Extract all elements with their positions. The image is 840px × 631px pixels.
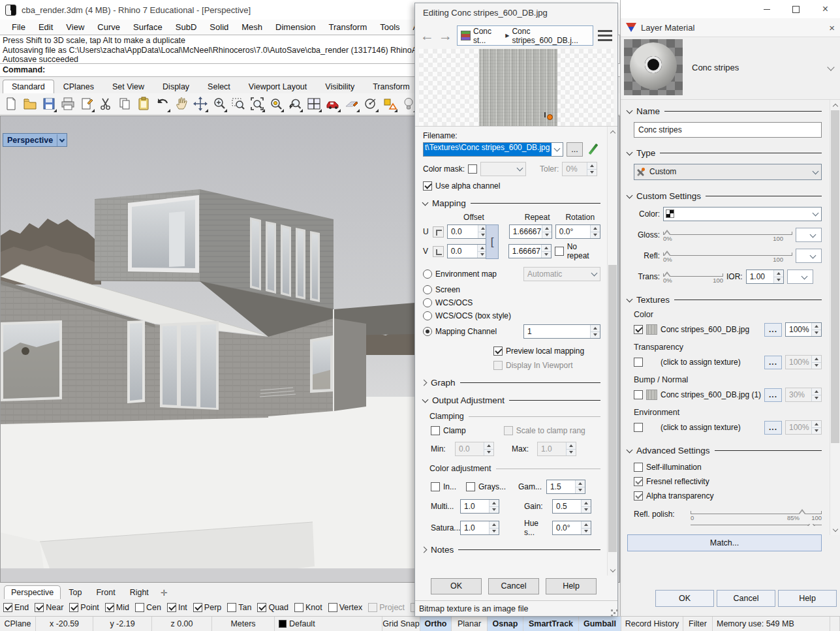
osnap-quad-checkbox[interactable]: Quad bbox=[257, 603, 288, 612]
tolerance-spinner[interactable]: 0% bbox=[562, 162, 597, 176]
menu-edit[interactable]: Edit bbox=[32, 20, 59, 34]
chevron-down-icon[interactable] bbox=[57, 139, 67, 142]
scroll-up-icon[interactable] bbox=[609, 128, 617, 136]
statusbar-grid-snap-toggle[interactable]: Grid Snap bbox=[382, 617, 420, 631]
material-select[interactable]: Conc stripes bbox=[692, 59, 833, 75]
cancel-button[interactable]: Cancel bbox=[488, 578, 539, 594]
color-texture-checkbox[interactable] bbox=[634, 325, 643, 334]
menu-tools[interactable]: Tools bbox=[373, 20, 406, 34]
transparency-texture-file[interactable]: (click to assign texture) bbox=[661, 358, 761, 367]
cplane-grid-icon[interactable] bbox=[343, 95, 360, 113]
shapes-icon[interactable] bbox=[381, 95, 398, 113]
notes-section-header[interactable]: Notes bbox=[423, 545, 600, 555]
refl-polish-slider[interactable]: 0 85% 100 bbox=[691, 508, 822, 520]
statusbar-gumball-toggle[interactable]: Gumball bbox=[579, 617, 621, 631]
bump-texture-file[interactable]: Conc stripes_600_DB.jpg (1) bbox=[661, 390, 761, 399]
menu-mesh[interactable]: Mesh bbox=[235, 20, 269, 34]
output-adjustment-section-header[interactable]: Output Adjustment bbox=[423, 395, 600, 405]
mapping-channel-spinner[interactable]: 1 bbox=[523, 324, 600, 339]
bump-texture-amount-spinner[interactable]: 30% bbox=[785, 388, 822, 402]
environment-texture-file[interactable]: (click to assign texture) bbox=[661, 423, 761, 432]
clamp-checkbox[interactable] bbox=[431, 426, 440, 435]
browse-button[interactable]: ... bbox=[567, 142, 583, 157]
wcs-ocs-box-radio[interactable] bbox=[423, 311, 432, 320]
osnap-knot-checkbox[interactable]: Knot bbox=[294, 603, 322, 612]
menu-file[interactable]: File bbox=[5, 20, 32, 34]
material-preview-sphere[interactable] bbox=[624, 39, 683, 95]
car-icon[interactable] bbox=[324, 95, 341, 113]
hue-shift-spinner[interactable]: 0.0° bbox=[552, 521, 591, 535]
u-repeat-spinner[interactable]: 1.66667 bbox=[509, 224, 552, 239]
cancel-button[interactable]: Cancel bbox=[717, 590, 775, 607]
scrollbar-thumb[interactable] bbox=[831, 110, 839, 443]
color-texture-amount-spinner[interactable]: 100% bbox=[785, 322, 822, 337]
osnap-end-checkbox[interactable]: End bbox=[3, 603, 29, 612]
custom-settings-section-header[interactable]: Custom Settings bbox=[627, 191, 822, 201]
textures-section-header[interactable]: Textures bbox=[627, 295, 822, 305]
osnap-cen-checkbox[interactable]: Cen bbox=[135, 603, 161, 612]
ior-texture-combo[interactable] bbox=[787, 269, 813, 284]
uv-repeat-link-button[interactable]: [ bbox=[486, 224, 499, 259]
fresnel-reflectivity-checkbox[interactable] bbox=[634, 477, 643, 486]
statusbar-units[interactable]: Meters bbox=[212, 617, 275, 631]
zoom-window-icon[interactable] bbox=[230, 95, 247, 113]
toolbar-tab-display[interactable]: Display bbox=[153, 80, 198, 93]
no-repeat-checkbox[interactable] bbox=[555, 247, 564, 256]
environment-texture-browse-button[interactable]: ... bbox=[764, 421, 782, 435]
statusbar-record-history-toggle[interactable]: Record History bbox=[621, 617, 683, 631]
panel-scrollbar[interactable] bbox=[830, 100, 840, 535]
edit-pencil-icon[interactable] bbox=[586, 142, 600, 157]
rotate-view-icon[interactable] bbox=[192, 95, 209, 113]
osnap-point-checkbox[interactable]: Point bbox=[69, 603, 99, 612]
statusbar-smarttrack-toggle[interactable]: SmartTrack bbox=[523, 617, 579, 631]
preview-local-mapping-checkbox[interactable] bbox=[493, 346, 503, 356]
display-in-viewport-checkbox[interactable] bbox=[493, 361, 503, 370]
v-offset-spinner[interactable]: 0.0 bbox=[447, 244, 488, 258]
menu-surface[interactable]: Surface bbox=[127, 20, 169, 34]
match-button[interactable]: Match... bbox=[627, 534, 822, 551]
viewport-title-dropdown[interactable]: Perspective bbox=[3, 133, 67, 147]
refl-slider[interactable]: 0%100 bbox=[663, 250, 792, 262]
gloss-texture-combo[interactable] bbox=[796, 228, 822, 242]
scroll-down-icon[interactable] bbox=[832, 526, 839, 534]
help-button[interactable]: Help bbox=[778, 590, 837, 607]
v-offset-lock-icon[interactable] bbox=[433, 246, 444, 257]
viewport-tab-front[interactable]: Front bbox=[89, 586, 121, 599]
color-mask-checkbox[interactable] bbox=[468, 164, 477, 174]
scrollbar-thumb[interactable] bbox=[608, 265, 617, 552]
cut-icon[interactable] bbox=[97, 95, 114, 113]
use-alpha-channel-checkbox[interactable] bbox=[423, 181, 432, 191]
transparency-texture-browse-button[interactable]: ... bbox=[764, 356, 782, 369]
statusbar-filter-toggle[interactable]: Filter bbox=[683, 617, 713, 631]
viewport-tab-perspective[interactable]: Perspective bbox=[4, 585, 61, 599]
u-offset-spinner[interactable]: 0.0 bbox=[447, 224, 488, 239]
zoom-extents-icon[interactable] bbox=[268, 95, 285, 113]
filename-combobox[interactable]: t\Textures\Conc stripes_600_DB.jpg bbox=[423, 142, 563, 157]
viewport-tab-right[interactable]: Right bbox=[123, 586, 155, 599]
advanced-settings-section-header[interactable]: Advanced Settings bbox=[627, 446, 822, 455]
toolbar-tab-set-view[interactable]: Set View bbox=[103, 80, 153, 93]
menu-solid[interactable]: Solid bbox=[203, 20, 235, 34]
menu-transform[interactable]: Transform bbox=[322, 20, 373, 34]
multiplier-spinner[interactable]: 1.0 bbox=[460, 499, 499, 514]
pan-hand-icon[interactable] bbox=[173, 95, 190, 113]
toolbar-tab-transform[interactable]: Transform bbox=[364, 80, 419, 93]
osnap-tan-checkbox[interactable]: Tan bbox=[227, 603, 251, 612]
osnap-near-checkbox[interactable]: Near bbox=[35, 603, 63, 612]
menu-view[interactable]: View bbox=[59, 20, 91, 34]
zoom-selected-icon[interactable] bbox=[249, 95, 266, 113]
color-texture-browse-button[interactable]: ... bbox=[764, 323, 782, 337]
osnap-perp-checkbox[interactable]: Perp bbox=[193, 603, 221, 612]
ior-spinner[interactable]: 1.00 bbox=[746, 269, 784, 284]
osnap-mid-checkbox[interactable]: Mid bbox=[105, 603, 129, 612]
bump-texture-checkbox[interactable] bbox=[634, 390, 643, 399]
ok-button[interactable]: OK bbox=[431, 578, 482, 594]
type-section-header[interactable]: Type bbox=[627, 148, 822, 158]
graph-section-header[interactable]: Graph bbox=[423, 378, 600, 388]
environment-map-radio[interactable] bbox=[423, 269, 432, 279]
breadcrumb-parent[interactable]: Conc st... bbox=[473, 27, 503, 45]
alpha-transparency-checkbox[interactable] bbox=[634, 491, 643, 500]
osnap-vertex-checkbox[interactable]: Vertex bbox=[328, 603, 362, 612]
statusbar-cplane[interactable]: CPlane bbox=[0, 617, 36, 631]
max-spinner[interactable]: 1.0 bbox=[537, 442, 576, 456]
